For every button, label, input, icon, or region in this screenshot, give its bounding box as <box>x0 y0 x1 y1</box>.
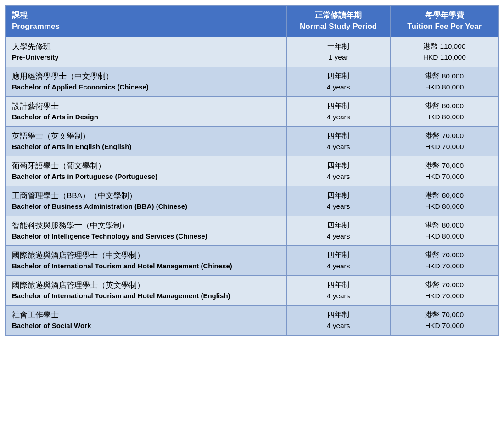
fee-en: HKD 80,000 <box>397 231 493 241</box>
table-row: 智能科技與服務學士（中文學制）Bachelor of Intelligence … <box>6 216 499 245</box>
programme-cell: 國際旅遊與酒店管理學士（英文學制）Bachelor of Internation… <box>6 275 287 305</box>
period-cell: 四年制4 years <box>286 305 390 335</box>
programme-cell: 社會工作學士Bachelor of Social Work <box>6 305 287 335</box>
fee-cell: 港幣 80,000HKD 80,000 <box>390 67 499 96</box>
header-programme-en: Programmes <box>12 21 280 32</box>
prog-zh: 英語學士（英文學制） <box>12 130 280 142</box>
period-en: 4 years <box>293 141 384 152</box>
table-row: 大學先修班Pre-University一年制1 year港幣 110,000HK… <box>6 37 499 67</box>
prog-zh: 社會工作學士 <box>12 309 280 321</box>
period-cell: 四年制4 years <box>286 67 390 96</box>
period-cell: 一年制1 year <box>286 37 390 67</box>
table-row: 應用經濟學學士（中文學制）Bachelor of Applied Economi… <box>6 67 499 96</box>
prog-en: Bachelor of Social Work <box>12 321 280 331</box>
table-row: 葡萄牙語學士（葡文學制）Bachelor of Arts in Portugue… <box>6 156 499 186</box>
prog-en: Bachelor of Intelligence Technology and … <box>12 231 280 242</box>
period-zh: 四年制 <box>293 130 384 141</box>
prog-zh: 智能科技與服務學士（中文學制） <box>12 220 280 232</box>
programme-cell: 設計藝術學士Bachelor of Arts in Design <box>6 96 287 126</box>
prog-zh: 設計藝術學士 <box>12 100 280 112</box>
fee-zh: 港幣 70,000 <box>397 309 493 320</box>
fee-cell: 港幣 110,000HKD 110,000 <box>390 37 499 67</box>
header-fee: 每學年學費 Tuition Fee Per Year <box>390 6 499 37</box>
table-row: 國際旅遊與酒店管理學士（中文學制）Bachelor of Internation… <box>6 245 499 275</box>
fee-en: HKD 70,000 <box>397 320 493 331</box>
period-zh: 四年制 <box>293 279 384 290</box>
main-table: 課程 Programmes 正常修讀年期 Normal Study Period… <box>5 5 499 336</box>
period-zh: 四年制 <box>293 160 384 171</box>
fee-cell: 港幣 70,000HKD 70,000 <box>390 245 499 275</box>
fee-zh: 港幣 70,000 <box>397 250 493 260</box>
prog-en: Bachelor of International Tourism and Ho… <box>12 261 280 272</box>
period-en: 4 years <box>293 320 384 331</box>
header-fee-en: Tuition Fee Per Year <box>397 21 493 32</box>
fee-cell: 港幣 70,000HKD 70,000 <box>390 305 499 335</box>
prog-en: Pre-University <box>12 52 280 63</box>
fee-en: HKD 80,000 <box>397 82 493 92</box>
header-row: 課程 Programmes 正常修讀年期 Normal Study Period… <box>6 6 499 37</box>
programme-cell: 智能科技與服務學士（中文學制）Bachelor of Intelligence … <box>6 216 287 245</box>
period-en: 4 years <box>293 290 384 301</box>
header-programme-zh: 課程 <box>12 10 280 21</box>
header-programme: 課程 Programmes <box>6 6 287 37</box>
fee-en: HKD 70,000 <box>397 261 493 271</box>
programme-cell: 葡萄牙語學士（葡文學制）Bachelor of Arts in Portugue… <box>6 156 287 186</box>
programme-cell: 英語學士（英文學制）Bachelor of Arts in English (E… <box>6 126 287 156</box>
fee-cell: 港幣 70,000HKD 70,000 <box>390 156 499 186</box>
period-cell: 四年制4 years <box>286 216 390 245</box>
table-row: 英語學士（英文學制）Bachelor of Arts in English (E… <box>6 126 499 156</box>
period-cell: 四年制4 years <box>286 126 390 156</box>
period-cell: 四年制4 years <box>286 156 390 186</box>
period-en: 4 years <box>293 201 384 212</box>
fee-en: HKD 80,000 <box>397 201 493 212</box>
period-zh: 四年制 <box>293 309 384 320</box>
fee-en: HKD 70,000 <box>397 171 493 182</box>
period-cell: 四年制4 years <box>286 275 390 305</box>
prog-zh: 工商管理學士（BBA）（中文學制） <box>12 190 280 202</box>
fee-cell: 港幣 70,000HKD 70,000 <box>390 275 499 305</box>
period-en: 4 years <box>293 261 384 271</box>
prog-en: Bachelor of International Tourism and Ho… <box>12 291 280 301</box>
header-fee-zh: 每學年學費 <box>397 10 493 21</box>
fee-zh: 港幣 70,000 <box>397 130 493 141</box>
table-row: 社會工作學士Bachelor of Social Work四年制4 years港… <box>6 305 499 335</box>
fee-cell: 港幣 70,000HKD 70,000 <box>390 126 499 156</box>
prog-zh: 國際旅遊與酒店管理學士（中文學制） <box>12 250 280 262</box>
prog-en: Bachelor of Arts in English (English) <box>12 142 280 152</box>
programme-cell: 國際旅遊與酒店管理學士（中文學制）Bachelor of Internation… <box>6 245 287 275</box>
period-zh: 四年制 <box>293 190 384 201</box>
programme-cell: 應用經濟學學士（中文學制）Bachelor of Applied Economi… <box>6 67 287 96</box>
table-row: 工商管理學士（BBA）（中文學制）Bachelor of Business Ad… <box>6 186 499 216</box>
prog-zh: 葡萄牙語學士（葡文學制） <box>12 160 280 172</box>
prog-en: Bachelor of Arts in Portuguese (Portugue… <box>12 172 280 182</box>
header-period: 正常修讀年期 Normal Study Period <box>286 6 390 37</box>
prog-zh: 應用經濟學學士（中文學制） <box>12 71 280 83</box>
period-en: 4 years <box>293 111 384 122</box>
period-zh: 四年制 <box>293 250 384 260</box>
table-row: 國際旅遊與酒店管理學士（英文學制）Bachelor of Internation… <box>6 275 499 305</box>
fee-zh: 港幣 80,000 <box>397 190 493 201</box>
fee-zh: 港幣 80,000 <box>397 100 493 111</box>
period-zh: 四年制 <box>293 100 384 111</box>
fee-zh: 港幣 80,000 <box>397 71 493 81</box>
fee-en: HKD 80,000 <box>397 111 493 122</box>
period-zh: 四年制 <box>293 71 384 81</box>
period-en: 4 years <box>293 231 384 241</box>
fee-cell: 港幣 80,000HKD 80,000 <box>390 216 499 245</box>
fee-zh: 港幣 70,000 <box>397 279 493 290</box>
header-period-en: Normal Study Period <box>293 21 384 32</box>
header-period-zh: 正常修讀年期 <box>293 10 384 21</box>
prog-zh: 國際旅遊與酒店管理學士（英文學制） <box>12 279 280 291</box>
fee-zh: 港幣 70,000 <box>397 160 493 171</box>
period-en: 4 years <box>293 171 384 182</box>
prog-zh: 大學先修班 <box>12 41 280 53</box>
table-row: 設計藝術學士Bachelor of Arts in Design四年制4 yea… <box>6 96 499 126</box>
period-en: 4 years <box>293 82 384 92</box>
programme-cell: 工商管理學士（BBA）（中文學制）Bachelor of Business Ad… <box>6 186 287 216</box>
fee-en: HKD 70,000 <box>397 290 493 301</box>
period-cell: 四年制4 years <box>286 245 390 275</box>
fee-cell: 港幣 80,000HKD 80,000 <box>390 96 499 126</box>
fee-zh: 港幣 110,000 <box>397 41 493 51</box>
fee-cell: 港幣 80,000HKD 80,000 <box>390 186 499 216</box>
prog-en: Bachelor of Applied Economics (Chinese) <box>12 82 280 93</box>
